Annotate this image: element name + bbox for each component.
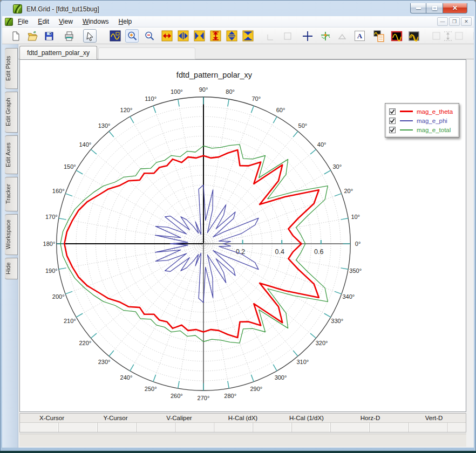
expand-x-axis-button[interactable] xyxy=(176,29,190,43)
angle-tick-label: 160° xyxy=(52,188,65,194)
multi-plot-button[interactable] xyxy=(407,29,420,43)
print-icon xyxy=(64,31,74,42)
maximize-button[interactable] xyxy=(426,3,443,13)
expand-y-axis-button[interactable] xyxy=(225,29,239,43)
menu-windows[interactable]: Windows xyxy=(78,16,114,27)
plot-properties-button[interactable] xyxy=(390,29,403,43)
angle-tick-label: 100° xyxy=(171,88,183,95)
side-tab-tracker[interactable]: Tracker xyxy=(5,177,18,211)
side-tab-edit-graph[interactable]: Edit Graph xyxy=(5,92,18,133)
legend-checkbox-phi[interactable] xyxy=(389,118,396,124)
angle-tick-label: 290° xyxy=(250,386,262,392)
save-button[interactable] xyxy=(42,29,56,43)
menu-view[interactable]: View xyxy=(54,16,78,27)
angle-tick-label: 240° xyxy=(120,374,133,381)
legend-editor-button[interactable] xyxy=(372,29,385,43)
zoom-in-button[interactable] xyxy=(125,29,139,43)
open-file-button[interactable] xyxy=(25,29,39,43)
legend-box[interactable]: mag_e_theta mag_e_phi mag_e_total xyxy=(385,103,459,138)
tracker-button[interactable] xyxy=(318,29,332,43)
angle-tick-label: 320° xyxy=(316,340,328,346)
radial-tick-label: 0.2 xyxy=(236,248,245,256)
equal-hspace-button xyxy=(472,29,474,43)
menu-file[interactable]: File xyxy=(13,16,33,27)
equal-vspace-button xyxy=(431,29,465,43)
zoom-box-button xyxy=(281,29,294,43)
cursor-col-horz-d: Horz-D xyxy=(338,414,402,422)
angle-tick-label: 340° xyxy=(342,293,355,300)
angle-tick-label: 90° xyxy=(199,86,208,93)
close-icon: ✕ xyxy=(452,4,458,12)
multi-plot-icon xyxy=(408,30,420,42)
compress-x-axis-button[interactable] xyxy=(193,29,206,43)
legend-item-mag-e-phi: mag_e_phi xyxy=(389,116,455,125)
legend-checkbox-total[interactable] xyxy=(389,127,396,133)
expand-x-button[interactable] xyxy=(160,29,174,43)
angle-tick-label: 300° xyxy=(275,374,287,381)
cursor-col-y-cursor: Y-Cursor xyxy=(84,414,147,422)
autoscale-icon xyxy=(110,30,121,42)
menu-edit[interactable]: Edit xyxy=(33,16,54,27)
mdi-restore-button[interactable]: ❐ xyxy=(449,17,460,26)
radial-tick-label: 0.4 xyxy=(275,248,284,256)
angle-tick-label: 80° xyxy=(226,88,235,95)
mdi-minimize-button[interactable]: — xyxy=(437,17,448,26)
angle-tick-label: 190° xyxy=(45,267,58,274)
menu-help[interactable]: Help xyxy=(114,16,137,27)
select-pointer-button[interactable] xyxy=(83,29,97,43)
text-annotation-button[interactable]: A xyxy=(353,29,366,43)
legend-line-sample-phi xyxy=(400,120,413,121)
angle-tick-label: 140° xyxy=(79,141,91,148)
legend-line-sample-theta xyxy=(400,111,413,112)
zoom-out-button[interactable] xyxy=(142,29,156,43)
side-tab-edit-axes[interactable]: Edit Axes xyxy=(5,135,18,174)
angle-tick-label: 230° xyxy=(98,359,111,365)
cursor-col-hcal-1dx: H-Cal (1/dX) xyxy=(275,414,338,422)
close-button[interactable]: ✕ xyxy=(443,3,467,13)
crosshair-icon xyxy=(302,30,314,42)
angle-tick-label: 110° xyxy=(145,95,157,102)
angle-tick-label: 30° xyxy=(332,163,342,170)
angle-tick-label: 310° xyxy=(296,359,309,365)
angle-tick-label: 260° xyxy=(171,393,183,399)
cursor-col-vert-d: Vert-D xyxy=(402,414,466,422)
main-area: Edit Plots Edit Graph Edit Axes Tracker … xyxy=(2,44,474,448)
cursor-col-hcal-dx: H-Cal (dX) xyxy=(211,414,275,422)
document-logo-icon xyxy=(5,18,13,26)
angle-tick-label: 180° xyxy=(43,241,56,247)
autoscale-button[interactable] xyxy=(108,29,122,43)
slope-tool-button xyxy=(335,29,349,43)
expand-y-button[interactable] xyxy=(209,29,222,43)
print-button[interactable] xyxy=(62,29,76,43)
arrows-out-vertical-icon xyxy=(226,30,237,42)
compress-y-axis-button[interactable] xyxy=(241,29,255,43)
angle-tick-label: 280° xyxy=(224,393,236,399)
angle-tick-label: 200° xyxy=(52,293,65,300)
zoom-in-icon xyxy=(127,31,138,42)
title-bar[interactable]: EM.Grid - [fdtd_tut15bug] ✕ xyxy=(2,2,474,16)
side-tab-hide[interactable]: Hide xyxy=(5,258,18,279)
triangle-icon xyxy=(337,31,348,42)
expand-y-red-icon xyxy=(210,30,221,42)
toolbar: A Layout xyxy=(2,28,474,44)
minimize-button[interactable] xyxy=(410,3,426,13)
new-file-icon xyxy=(10,31,21,42)
window-title: EM.Grid - [fdtd_tut15bug] xyxy=(26,5,99,13)
side-tab-workspace[interactable]: Workspace xyxy=(5,214,18,255)
angle-tick-label: 60° xyxy=(276,107,285,113)
crosshair-button[interactable] xyxy=(301,29,314,43)
open-folder-icon xyxy=(27,31,38,42)
save-icon xyxy=(44,31,55,42)
region-select-button xyxy=(264,29,278,43)
svg-text:A: A xyxy=(357,32,363,40)
plot-panel[interactable]: 0.20.40.60°10°20°30°40°50°60°70°80°90°10… xyxy=(19,59,466,412)
tab-fdtd-pattern-polar-xy[interactable]: fdtd_pattern_polar_xy xyxy=(19,46,97,59)
zoom-out-icon xyxy=(144,31,155,42)
mdi-close-button[interactable]: ✕ xyxy=(461,17,472,26)
new-file-button[interactable] xyxy=(9,29,22,43)
angle-tick-label: 40° xyxy=(317,141,327,148)
side-tab-edit-plots[interactable]: Edit Plots xyxy=(5,48,18,89)
tracker-icon xyxy=(319,30,331,42)
legend-checkbox-theta[interactable] xyxy=(389,108,396,115)
app-window: EM.Grid - [fdtd_tut15bug] ✕ File Edit Vi… xyxy=(0,0,476,453)
